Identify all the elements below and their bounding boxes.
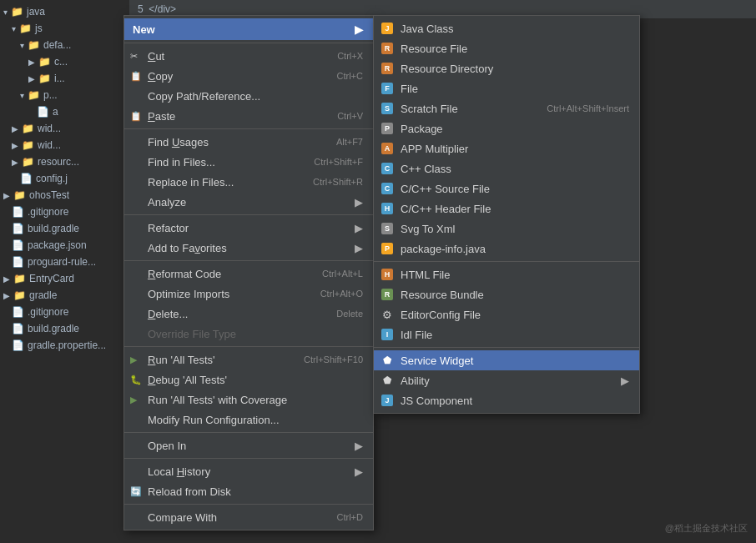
separator-8 xyxy=(124,504,373,505)
folder-icon: ▾ xyxy=(20,41,24,50)
submenu-sep-2 xyxy=(374,347,639,348)
tree-item-js[interactable]: ▾ 📁 js xyxy=(0,20,129,37)
menu-item-refactor[interactable]: Refactor ▶ xyxy=(124,218,373,238)
submenu-item-file[interactable]: F File xyxy=(374,78,639,98)
html-file-icon: H xyxy=(380,267,395,282)
menu-item-delete[interactable]: Delete... Delete xyxy=(124,304,373,324)
tree-item-java[interactable]: ▾ 📁 java xyxy=(0,3,129,20)
submenu-item-idl-file[interactable]: I Idl File xyxy=(374,324,639,344)
menu-item-new[interactable]: New ▶ xyxy=(124,18,373,40)
folder-icon: ▶ xyxy=(3,191,10,200)
menu-item-reformat-code[interactable]: Reformat Code Ctrl+Alt+L xyxy=(124,264,373,284)
tree-item-gitignore1[interactable]: 📄 .gitignore xyxy=(0,204,129,220)
menu-item-debug-all-tests[interactable]: 🐛 Debug 'All Tests' xyxy=(124,370,373,390)
defa-folder-icon: 📁 xyxy=(28,39,40,51)
tree-item-gradle-props[interactable]: 📄 gradle.propertie... xyxy=(0,337,129,354)
menu-item-add-to-favorites[interactable]: Add to Favorites ▶ xyxy=(124,238,373,258)
menu-item-optimize-imports[interactable]: Optimize Imports Ctrl+Alt+O xyxy=(124,284,373,304)
submenu-item-html-file[interactable]: H HTML File xyxy=(374,264,639,284)
submenu-item-cpp-source[interactable]: C C/C++ Source File xyxy=(374,178,639,199)
gitignore2-icon: 📄 xyxy=(12,306,24,318)
menu-item-modify-run-config[interactable]: Modify Run Configuration... xyxy=(124,410,373,430)
separator-5 xyxy=(124,346,373,347)
menu-item-local-history[interactable]: Local History ▶ xyxy=(124,461,373,481)
build-gradle-icon: 📄 xyxy=(12,223,24,234)
service-widget-icon: ⬟ xyxy=(380,353,395,368)
idl-file-icon: I xyxy=(380,327,395,342)
tree-item-c[interactable]: ▶ 📁 c... xyxy=(0,53,129,70)
app-multiplier-icon: A xyxy=(380,141,395,156)
menu-item-override-file-type: Override File Type xyxy=(124,324,373,344)
new-label: New xyxy=(133,23,155,36)
tree-item-wid2[interactable]: ▶ 📁 wid... xyxy=(0,137,129,153)
separator-2 xyxy=(124,128,373,129)
run-icon: ▶ xyxy=(130,354,137,365)
folder-icon: ▶ xyxy=(3,274,10,284)
file-tree: ▾ 📁 java ▾ 📁 js ▾ 📁 defa... ▶ 📁 c... ▶ 📁… xyxy=(0,0,129,543)
submenu-item-js-component[interactable]: J JS Component xyxy=(374,390,639,410)
submenu-item-resource-file[interactable]: R Resource File xyxy=(374,38,639,58)
editorconfig-icon: ⚙ xyxy=(380,307,395,322)
submenu-item-svg-to-xml[interactable]: S Svg To Xml xyxy=(374,219,639,239)
p-folder-icon: 📁 xyxy=(28,89,40,101)
submenu-item-package-info[interactable]: P package-info.java xyxy=(374,239,639,259)
resource-bundle-icon: R xyxy=(380,287,395,302)
open-in-arrow-icon: ▶ xyxy=(355,440,363,452)
tree-item-ohostest[interactable]: ▶ 📁 ohosTest xyxy=(0,187,129,204)
tree-item-buildgradle1[interactable]: 📄 build.gradle xyxy=(0,220,129,237)
menu-item-analyze[interactable]: Analyze ▶ xyxy=(124,192,373,212)
tree-item-wid1[interactable]: ▶ 📁 wid... xyxy=(0,120,129,137)
menu-item-copy[interactable]: 📋 Copy Ctrl+C xyxy=(124,66,373,86)
tree-item-packagejson[interactable]: 📄 package.json xyxy=(0,237,129,254)
submenu-item-resource-directory[interactable]: R Resource Directory xyxy=(374,58,639,78)
tree-item-buildgradle2[interactable]: 📄 build.gradle xyxy=(0,320,129,337)
tree-item-p[interactable]: ▾ 📁 p... xyxy=(0,87,129,103)
submenu-item-cpp-class[interactable]: C C++ Class xyxy=(374,158,639,178)
tree-item-i[interactable]: ▶ 📁 i... xyxy=(0,70,129,87)
menu-item-copy-path[interactable]: Copy Path/Reference... xyxy=(124,86,373,106)
submenu-item-editorconfig[interactable]: ⚙ EditorConfig File xyxy=(374,304,639,324)
i-folder-icon: 📁 xyxy=(38,73,51,84)
menu-item-find-in-files[interactable]: Find in Files... Ctrl+Shift+F xyxy=(124,152,373,172)
submenu-item-java-class[interactable]: J Java Class xyxy=(374,18,639,38)
menu-item-find-usages[interactable]: Find Usages Alt+F7 xyxy=(124,132,373,152)
tree-item-resource[interactable]: ▶ 📁 resourc... xyxy=(0,153,129,170)
arrow-icon: ▶ xyxy=(355,23,363,36)
folder-icon: ▶ xyxy=(28,58,35,67)
menu-item-cut[interactable]: ✂ Cut Ctrl+X xyxy=(124,46,373,66)
menu-item-open-in[interactable]: Open In ▶ xyxy=(124,435,373,455)
tree-item-gradle[interactable]: ▶ 📁 gradle xyxy=(0,287,129,304)
separator-1 xyxy=(124,43,373,43)
menu-item-paste[interactable]: 📋 Paste Ctrl+V xyxy=(124,106,373,126)
submenu-item-app-multiplier[interactable]: A APP Multiplier xyxy=(374,138,639,158)
folder-icon: ▶ xyxy=(12,158,18,167)
svg-xml-icon: S xyxy=(380,221,395,236)
package-icon: P xyxy=(380,121,395,136)
menu-item-replace-in-files[interactable]: Replace in Files... Ctrl+Shift+R xyxy=(124,172,373,192)
a-file-icon: 📄 xyxy=(37,106,49,118)
tree-item-config[interactable]: 📄 config.j xyxy=(0,170,129,187)
folder-icon: ▶ xyxy=(12,124,18,133)
submenu-item-cpp-header[interactable]: H C/C++ Header File xyxy=(374,199,639,219)
ability-icon: ⬟ xyxy=(380,373,395,388)
menu-item-reload-from-disk[interactable]: 🔄 Reload from Disk xyxy=(124,481,373,501)
tree-item-gitignore2[interactable]: 📄 .gitignore xyxy=(0,304,129,320)
tree-item-defa[interactable]: ▾ 📁 defa... xyxy=(0,37,129,53)
submenu-item-service-widget[interactable]: ⬟ Service Widget xyxy=(374,350,639,370)
tree-item-proguard[interactable]: 📄 proguard-rule... xyxy=(0,254,129,270)
submenu-item-package[interactable]: P Package xyxy=(374,118,639,138)
entrycard-icon: 📁 xyxy=(13,273,26,284)
submenu-item-resource-bundle[interactable]: R Resource Bundle xyxy=(374,284,639,304)
submenu-item-ability[interactable]: ⬟ Ability ▶ xyxy=(374,370,639,390)
tree-item-entrycard[interactable]: ▶ 📁 EntryCard xyxy=(0,270,129,287)
menu-item-compare-with[interactable]: Compare With Ctrl+D xyxy=(124,507,373,527)
folder-icon: ▶ xyxy=(3,291,10,300)
editor-code: </div> xyxy=(149,3,176,15)
separator-4 xyxy=(124,260,373,261)
separator-3 xyxy=(124,214,373,215)
submenu-item-scratch-file[interactable]: S Scratch File Ctrl+Alt+Shift+Insert xyxy=(374,98,639,118)
menu-item-run-with-coverage[interactable]: ▶ Run 'All Tests' with Coverage xyxy=(124,390,373,410)
menu-item-run-all-tests[interactable]: ▶ Run 'All Tests' Ctrl+Shift+F10 xyxy=(124,349,373,370)
tree-item-a[interactable]: 📄 a xyxy=(0,103,129,120)
java-class-icon: J xyxy=(380,21,395,36)
